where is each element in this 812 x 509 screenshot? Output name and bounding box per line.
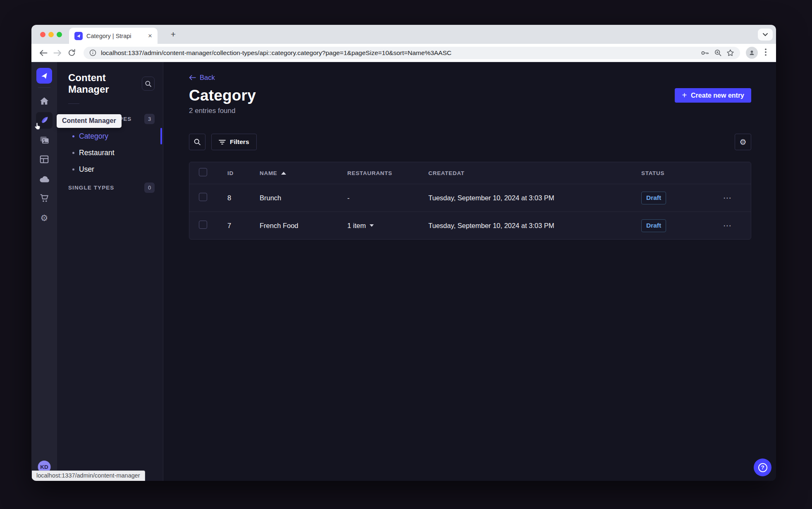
bullet-icon bbox=[72, 152, 74, 154]
create-new-entry-button[interactable]: + Create new entry bbox=[675, 88, 751, 103]
reload-button[interactable] bbox=[64, 46, 79, 60]
info-icon bbox=[89, 49, 96, 56]
arrow-left-icon bbox=[39, 50, 48, 56]
caret-down-icon bbox=[370, 224, 374, 227]
zoom-icon[interactable] bbox=[714, 49, 722, 57]
page-title: Category bbox=[189, 88, 256, 103]
tab-search-chevron-button[interactable] bbox=[758, 29, 773, 41]
minimize-window-button[interactable] bbox=[48, 32, 54, 37]
collection-types-count: 3 bbox=[144, 114, 155, 124]
back-button[interactable] bbox=[36, 46, 50, 60]
help-button[interactable]: ? bbox=[754, 459, 771, 476]
gear-icon: ⚙ bbox=[739, 138, 746, 146]
active-indicator bbox=[160, 128, 162, 144]
new-tab-button[interactable]: + bbox=[168, 29, 179, 40]
password-key-icon[interactable] bbox=[700, 49, 709, 57]
column-header-id[interactable]: ID bbox=[227, 170, 260, 176]
browser-tab[interactable]: Category | Strapi × bbox=[69, 28, 158, 44]
close-window-button[interactable] bbox=[40, 32, 45, 37]
column-header-createdat[interactable]: CREATEDAT bbox=[428, 170, 641, 176]
single-types-count: 0 bbox=[144, 182, 155, 193]
tab-close-icon[interactable]: × bbox=[147, 32, 153, 39]
nav-media-library-button[interactable] bbox=[36, 132, 53, 148]
cell-id: 8 bbox=[227, 194, 260, 202]
row-actions-button[interactable]: ⋯ bbox=[723, 194, 751, 202]
view-settings-button[interactable]: ⚙ bbox=[735, 134, 751, 150]
tab-title: Category | Strapi bbox=[86, 33, 143, 39]
main-nav-rail: ⚙ KD bbox=[31, 62, 57, 481]
table-header-row: ID NAME RESTAURANTS CREATEDAT STATUS bbox=[189, 162, 751, 184]
search-icon bbox=[193, 138, 201, 146]
select-all-checkbox[interactable] bbox=[199, 168, 207, 176]
cell-restaurants[interactable]: 1 item bbox=[347, 222, 428, 230]
nav-deploy-cloud-button[interactable] bbox=[36, 170, 53, 187]
nav-content-type-builder-button[interactable] bbox=[36, 151, 53, 168]
entries-count: 2 entries found bbox=[189, 107, 751, 115]
table-row[interactable]: 7 French Food 1 item Tuesday, September … bbox=[189, 211, 751, 239]
bookmark-star-icon[interactable] bbox=[726, 49, 734, 57]
question-mark-icon: ? bbox=[758, 463, 767, 472]
subnav-search-button[interactable] bbox=[142, 77, 155, 91]
cell-createdat: Tuesday, September 10, 2024 at 3:03 PM bbox=[428, 222, 641, 230]
strapi-mark-icon bbox=[40, 72, 48, 80]
address-bar[interactable]: localhost:1337/admin/content-manager/col… bbox=[84, 47, 740, 59]
rail-divider bbox=[38, 87, 50, 88]
profile-avatar[interactable] bbox=[746, 47, 758, 59]
entries-table: ID NAME RESTAURANTS CREATEDAT STATUS 8 B… bbox=[189, 162, 751, 240]
subnav-divider bbox=[68, 103, 79, 104]
collection-types-list: Category Restaurant User bbox=[57, 128, 163, 178]
person-icon bbox=[748, 49, 755, 56]
arrow-left-icon bbox=[189, 75, 196, 80]
browser-window: Category | Strapi × + localhost:1337/adm… bbox=[31, 25, 776, 481]
strapi-admin: ⚙ KD Content Manager COLLECTION TYPES 3 … bbox=[31, 62, 776, 481]
strapi-logo[interactable] bbox=[36, 68, 52, 84]
filter-icon bbox=[219, 139, 226, 145]
content-manager-subnav: Content Manager COLLECTION TYPES 3 Categ… bbox=[57, 62, 163, 481]
plus-icon: + bbox=[682, 91, 687, 99]
table-search-button[interactable] bbox=[189, 134, 205, 150]
arrow-right-icon bbox=[53, 50, 62, 56]
subnav-title: Content Manager bbox=[68, 72, 142, 95]
sidebar-item-user[interactable]: User bbox=[57, 161, 163, 178]
main-content: Back Category + Create new entry 2 entri… bbox=[163, 62, 776, 481]
row-actions-button[interactable]: ⋯ bbox=[723, 221, 751, 230]
status-badge: Draft bbox=[641, 192, 666, 204]
dots-vertical-icon bbox=[765, 48, 767, 56]
layout-icon bbox=[40, 155, 49, 163]
table-row[interactable]: 8 Brunch - Tuesday, September 10, 2024 a… bbox=[189, 184, 751, 211]
browser-menu-button[interactable] bbox=[760, 48, 771, 58]
nav-settings-button[interactable]: ⚙ bbox=[36, 209, 53, 226]
sidebar-item-category[interactable]: Category bbox=[57, 128, 163, 144]
url-text: localhost:1337/admin/content-manager/col… bbox=[101, 49, 696, 57]
browser-toolbar: localhost:1337/admin/content-manager/col… bbox=[31, 44, 776, 62]
filters-button[interactable]: Filters bbox=[211, 134, 257, 150]
column-header-name[interactable]: NAME bbox=[260, 170, 347, 176]
back-link[interactable]: Back bbox=[189, 74, 215, 82]
strapi-favicon-icon bbox=[74, 32, 83, 40]
cell-name: Brunch bbox=[260, 194, 347, 202]
nav-marketplace-button[interactable] bbox=[36, 190, 53, 206]
forward-button[interactable] bbox=[50, 46, 64, 60]
bullet-icon bbox=[72, 168, 74, 170]
status-badge: Draft bbox=[641, 219, 666, 232]
window-controls bbox=[40, 32, 62, 37]
chevron-down-icon bbox=[762, 33, 768, 36]
column-header-restaurants[interactable]: RESTAURANTS bbox=[347, 170, 428, 176]
nav-home-button[interactable] bbox=[36, 93, 53, 109]
column-header-status[interactable]: STATUS bbox=[641, 170, 723, 176]
zoom-window-button[interactable] bbox=[57, 32, 62, 37]
row-checkbox[interactable] bbox=[199, 193, 207, 201]
shopping-cart-icon bbox=[40, 194, 49, 203]
tab-strip: Category | Strapi × + bbox=[31, 25, 776, 44]
nav-content-manager-button[interactable] bbox=[36, 112, 53, 129]
gear-icon: ⚙ bbox=[41, 214, 48, 222]
cell-id: 7 bbox=[227, 222, 260, 230]
search-icon bbox=[145, 80, 152, 87]
sidebar-item-restaurant[interactable]: Restaurant bbox=[57, 144, 163, 161]
bullet-icon bbox=[72, 135, 74, 137]
link-preview-statusbar: localhost:1337/admin/content-manager bbox=[32, 471, 145, 481]
home-icon bbox=[40, 97, 49, 105]
content-manager-tooltip: Content Manager bbox=[57, 114, 122, 128]
row-checkbox[interactable] bbox=[199, 221, 207, 229]
cell-name: French Food bbox=[260, 222, 347, 230]
